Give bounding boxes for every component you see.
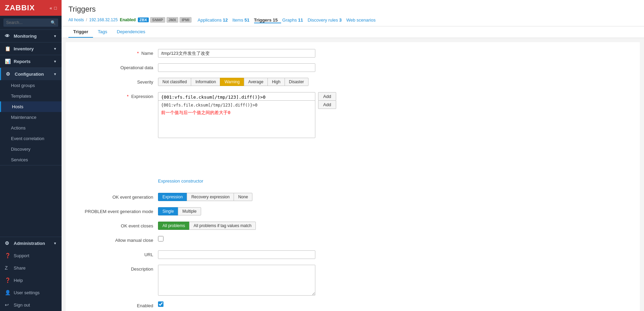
problem-event-label: PROBLEM event generation mode xyxy=(76,207,158,214)
collapse-icon[interactable]: « xyxy=(50,5,52,11)
sidebar-item-event-correlation[interactable]: Event correlation xyxy=(0,133,62,144)
sidebar-label-configuration: Configuration xyxy=(15,72,44,77)
help-label: Help xyxy=(14,278,23,283)
severity-disaster[interactable]: Disaster xyxy=(285,78,308,86)
sidebar-item-administration[interactable]: ⚙ Administration ▼ xyxy=(0,237,62,249)
chevron-admin-icon: ▼ xyxy=(53,241,57,245)
ok-event-none[interactable]: None xyxy=(234,193,252,201)
form-row-ok-event-closes: OK event closes All problems All problem… xyxy=(76,222,630,231)
host-groups-label: Host groups xyxy=(11,83,35,88)
nav-link-triggers[interactable]: Triggers 15 xyxy=(254,17,281,23)
nav-link-web-scenarios[interactable]: Web scenarios xyxy=(346,17,379,23)
configuration-section: ⚙ Configuration ▼ Host groups Templates … xyxy=(0,68,62,165)
severity-average[interactable]: Average xyxy=(244,78,268,86)
monitoring-section: 👁 Monitoring ▼ xyxy=(0,30,62,42)
form-row-problem-event: PROBLEM event generation mode Single Mul… xyxy=(76,207,630,217)
name-required: * xyxy=(137,51,139,56)
enabled-status: Enabled xyxy=(120,17,136,22)
sidebar-item-actions[interactable]: Actions xyxy=(0,123,62,133)
severity-control: Not classified Information Warning Avera… xyxy=(158,78,315,86)
chevron-down-icon: ▼ xyxy=(53,34,57,38)
tab-trigger[interactable]: Trigger xyxy=(68,26,93,38)
expand-icon[interactable]: □ xyxy=(54,5,57,11)
sidebar-item-reports[interactable]: 📊 Reports ▼ xyxy=(0,55,62,67)
nav-link-graphs[interactable]: Graphs 11 xyxy=(282,17,306,23)
name-label-text: Name xyxy=(141,51,153,56)
expression-required: * xyxy=(127,94,129,99)
form-row-expression-display: {001:vfs.file.cksum[/tmp/123].diff()}>0 … xyxy=(76,100,630,138)
ok-event-closes-tag-match[interactable]: All problems if tag values match xyxy=(189,222,256,230)
ok-event-btn-group: Expression Recovery expression None xyxy=(158,193,315,201)
sidebar-item-discovery[interactable]: Discovery xyxy=(0,144,62,154)
form-row-ok-event: OK event generation Expression Recovery … xyxy=(76,193,630,202)
sidebar-item-sign-out[interactable]: ↩ Sign out xyxy=(0,299,62,311)
sidebar-bottom: ⚙ Administration ▼ ❓ Support Z Share ❓ H… xyxy=(0,237,62,311)
expression-label: * Expression xyxy=(76,92,158,99)
page-title: Triggers xyxy=(68,5,637,14)
ok-event-closes-control: All problems All problems if tag values … xyxy=(158,222,315,230)
sidebar-item-help[interactable]: ❓ Help xyxy=(0,274,62,286)
form-row-description: Description xyxy=(76,265,630,297)
inventory-icon: 📋 xyxy=(5,46,11,51)
chevron-config-icon: ▼ xyxy=(53,72,57,76)
severity-warning[interactable]: Warning xyxy=(220,78,244,86)
share-icon: Z xyxy=(5,265,11,271)
operational-data-control xyxy=(158,63,315,72)
sidebar-item-templates[interactable]: Templates xyxy=(0,91,62,101)
enabled-checkbox[interactable] xyxy=(158,301,163,307)
severity-information[interactable]: Information xyxy=(191,78,220,86)
sidebar-label-monitoring: Monitoring xyxy=(14,34,37,39)
url-input[interactable] xyxy=(158,250,315,259)
ok-event-expression[interactable]: Expression xyxy=(158,193,187,201)
sidebar-label-inventory: Inventory xyxy=(14,46,34,51)
enabled-label: Enabled xyxy=(76,301,158,308)
nav-link-applications[interactable]: Applications 12 xyxy=(198,17,231,23)
expression-constructor-link[interactable]: Expression constructor xyxy=(158,178,203,184)
sidebar-item-user-settings[interactable]: 👤 User settings xyxy=(0,286,62,299)
severity-high[interactable]: High xyxy=(267,78,285,86)
operational-data-input[interactable] xyxy=(158,63,315,72)
description-textarea[interactable] xyxy=(158,265,315,296)
sidebar-item-services[interactable]: Services xyxy=(0,154,62,165)
chevron-reports-icon: ▼ xyxy=(53,60,57,63)
discovery-label: Discovery xyxy=(11,147,30,152)
allow-manual-close-checkbox[interactable] xyxy=(158,236,163,241)
problem-event-btn-group: Single Multiple xyxy=(158,207,315,215)
badge-jmx[interactable]: JMX xyxy=(167,17,179,23)
sidebar-logo: ZABBIX « □ xyxy=(0,0,62,16)
sidebar-item-inventory[interactable]: 📋 Inventory ▼ xyxy=(0,42,62,55)
expression-add-button[interactable]: Add xyxy=(318,92,336,101)
tab-tags[interactable]: Tags xyxy=(93,26,112,38)
form-area: * Name Operational data Severity Not cla… xyxy=(66,42,640,311)
expression-display-box: {001:vfs.file.cksum[/tmp/123].diff()}>0 … xyxy=(158,100,315,138)
nav-link-items[interactable]: Items 51 xyxy=(232,17,253,23)
monitoring-icon: 👁 xyxy=(5,33,11,39)
problem-event-multiple[interactable]: Multiple xyxy=(178,207,201,215)
sidebar-item-maintenance[interactable]: Maintenance xyxy=(0,112,62,123)
ok-event-closes-all-problems[interactable]: All problems xyxy=(158,222,189,230)
breadcrumb-sep-1: / xyxy=(86,17,87,22)
ok-event-recovery-expression[interactable]: Recovery expression xyxy=(187,193,234,201)
allow-manual-close-label: Allow manual close xyxy=(76,236,158,243)
sidebar-item-support[interactable]: ❓ Support xyxy=(0,249,62,262)
tab-dependencies[interactable]: Dependencies xyxy=(112,26,150,38)
admin-icon: ⚙ xyxy=(5,240,11,246)
sidebar-item-configuration[interactable]: ⚙ Configuration ▼ xyxy=(0,68,62,80)
severity-not-classified[interactable]: Not classified xyxy=(158,78,191,86)
badge-ipmi[interactable]: IPMI xyxy=(180,17,192,23)
sidebar-item-hosts[interactable]: Hosts xyxy=(0,101,62,112)
search-input[interactable] xyxy=(3,18,58,27)
support-icon: ❓ xyxy=(5,253,11,258)
sidebar-item-monitoring[interactable]: 👁 Monitoring ▼ xyxy=(0,30,62,42)
nav-link-discovery-rules[interactable]: Discovery rules 3 xyxy=(307,17,345,23)
description-control xyxy=(158,265,315,297)
sidebar-item-share[interactable]: Z Share xyxy=(0,262,62,274)
form-row-name: * Name xyxy=(76,49,630,59)
all-hosts-link[interactable]: All hosts xyxy=(68,17,84,22)
badge-snmp[interactable]: SNMP xyxy=(150,17,165,23)
badge-zbx[interactable]: ZBX xyxy=(138,17,149,22)
problem-event-single[interactable]: Single xyxy=(158,207,178,215)
name-input[interactable] xyxy=(158,49,315,58)
host-ip-link[interactable]: 192.168.32.125 xyxy=(89,17,118,22)
sidebar-item-host-groups[interactable]: Host groups xyxy=(0,80,62,91)
